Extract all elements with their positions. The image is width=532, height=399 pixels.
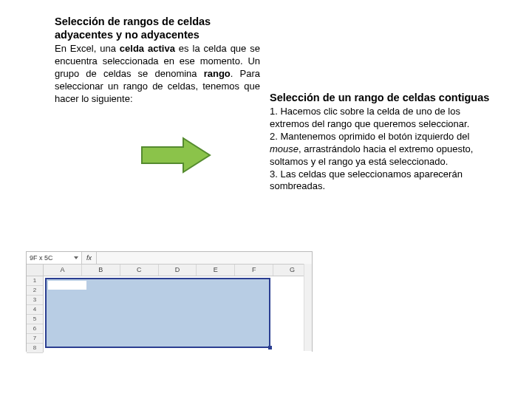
- row-1: 1: [27, 276, 43, 286]
- term-mouse: mouse: [270, 143, 299, 154]
- col-E: E: [197, 265, 235, 276]
- fx-label: fx: [82, 252, 97, 264]
- col-A: A: [44, 265, 82, 276]
- svg-marker-0: [142, 138, 210, 172]
- name-box: 9F x 5C: [27, 252, 82, 264]
- column-headers: A B C D E F G: [27, 265, 312, 276]
- row-2: 2: [27, 286, 43, 296]
- row-8: 8: [27, 344, 43, 353]
- term-rango: rango: [204, 68, 231, 79]
- left-heading: Selección de rangos de celdas adyacentes…: [55, 15, 260, 41]
- left-column: Selección de rangos de celdas adyacentes…: [55, 15, 260, 106]
- left-paragraph: En Excel, una celda activa es la celda q…: [55, 43, 260, 105]
- col-D: D: [159, 265, 197, 276]
- step-2: 2. Mantenemos oprimido el botón izquierd…: [270, 131, 491, 168]
- row-5: 5: [27, 315, 43, 324]
- fill-handle-icon: [268, 346, 272, 349]
- col-F: F: [235, 265, 273, 276]
- select-all-corner: [27, 265, 44, 276]
- arrow-right-icon: [140, 137, 211, 174]
- term-celda-activa: celda activa: [120, 43, 175, 54]
- col-B: B: [82, 265, 120, 276]
- right-column: Selección de un rango de celdas contigua…: [270, 91, 491, 193]
- selected-range: [45, 278, 270, 348]
- active-cell: [48, 281, 86, 290]
- row-4: 4: [27, 305, 43, 315]
- col-C: C: [120, 265, 159, 276]
- text: En Excel, una: [55, 43, 120, 54]
- text: 2. Mantenemos oprimido el botón izquierd…: [270, 131, 469, 142]
- step-1: 1. Hacemos clic sobre la celda de uno de…: [270, 106, 491, 131]
- cell-grid: [44, 276, 312, 352]
- row-3: 3: [27, 296, 43, 305]
- row-7: 7: [27, 334, 43, 344]
- sheet-body: 1 2 3 4 5 6 7 8: [27, 276, 312, 352]
- excel-screenshot: 9F x 5C fx A B C D E F G 1 2 3 4 5 6 7 8: [26, 251, 313, 352]
- vertical-scrollbar: [304, 264, 312, 351]
- text: , arrastrándolo hacia el extremo opuesto…: [270, 143, 473, 167]
- row-6: 6: [27, 324, 43, 334]
- row-headers: 1 2 3 4 5 6 7 8: [27, 276, 44, 352]
- right-heading: Selección de un rango de celdas contigua…: [270, 91, 491, 104]
- formula-bar: 9F x 5C fx: [27, 252, 312, 265]
- step-3: 3. Las celdas que seleccionamos aparecer…: [270, 168, 491, 194]
